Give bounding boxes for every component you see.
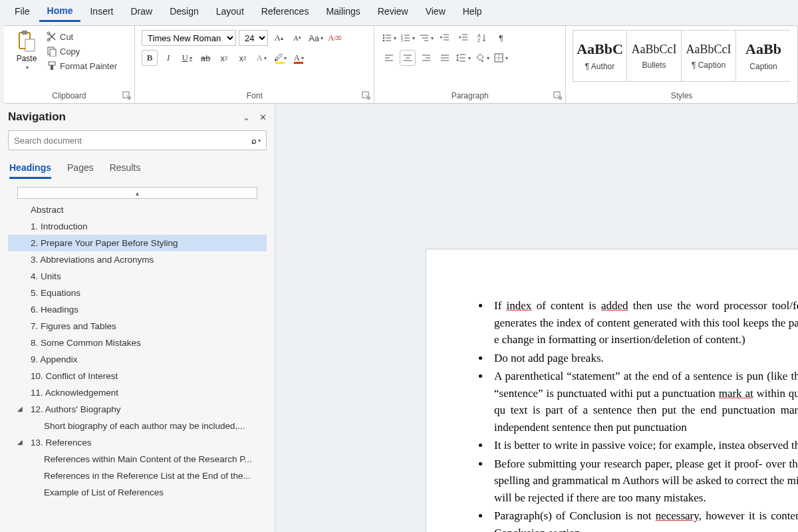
strikethrough-button[interactable]: ab bbox=[198, 50, 213, 66]
nav-item[interactable]: 9. Appendix bbox=[8, 351, 267, 368]
nav-heading-list: Abstract1. Introduction2. Prepare Your P… bbox=[8, 201, 267, 532]
nav-item[interactable]: 7. Figures and Tables bbox=[8, 318, 267, 334]
workspace: Navigation ⌄ ✕ ⌕▾ Headings Pages Results… bbox=[0, 104, 798, 532]
copy-button[interactable]: Copy bbox=[47, 46, 117, 57]
nav-item-label: 13. References bbox=[31, 438, 92, 448]
tab-pages[interactable]: Pages bbox=[67, 162, 94, 179]
nav-item-label: 10. Conflict of Interest bbox=[31, 371, 118, 381]
search-dropdown-icon[interactable]: ▾ bbox=[257, 138, 261, 144]
subscript-button[interactable]: x2 bbox=[216, 50, 232, 66]
clear-formatting-button[interactable]: A⌫ bbox=[327, 30, 342, 46]
nav-item[interactable]: Short biography of each author may be in… bbox=[8, 418, 267, 434]
font-size-select[interactable]: 24 bbox=[239, 30, 268, 46]
sort-button[interactable]: AZ bbox=[474, 30, 490, 46]
bold-button[interactable]: B bbox=[142, 50, 158, 66]
nav-item[interactable]: 2. Prepare Your Paper Before Styling bbox=[8, 235, 267, 251]
nav-item[interactable]: References within Main Content of the Re… bbox=[8, 451, 267, 467]
menu-view[interactable]: View bbox=[418, 2, 454, 21]
shrink-font-button[interactable]: A▾ bbox=[289, 30, 305, 46]
menu-home[interactable]: Home bbox=[39, 1, 81, 22]
nav-item-label: 1. Introduction bbox=[31, 221, 88, 231]
tab-results[interactable]: Results bbox=[110, 162, 141, 179]
justify-button[interactable] bbox=[437, 50, 453, 66]
svg-point-11 bbox=[383, 35, 385, 37]
style-bullets[interactable]: AaBbCcIBullets bbox=[627, 30, 682, 82]
nav-item[interactable]: 5. Equations bbox=[8, 285, 267, 301]
twisty-icon[interactable]: ◢ bbox=[17, 438, 23, 446]
ribbon: Paste ▾ Cut Copy Format Painter Clipboar… bbox=[4, 25, 798, 104]
menu-file[interactable]: File bbox=[7, 2, 38, 21]
svg-rect-8 bbox=[51, 65, 53, 70]
nav-item[interactable]: Example of List of References bbox=[8, 484, 267, 501]
menu-layout[interactable]: Layout bbox=[208, 2, 252, 21]
format-painter-button[interactable]: Format Painter bbox=[47, 61, 117, 71]
tab-headings[interactable]: Headings bbox=[9, 162, 51, 179]
nav-close-icon[interactable]: ✕ bbox=[259, 112, 267, 122]
paste-button[interactable]: Paste ▾ bbox=[11, 30, 43, 70]
font-color-button[interactable]: A▾ bbox=[291, 50, 307, 66]
menu-design[interactable]: Design bbox=[162, 2, 207, 21]
menu-references[interactable]: References bbox=[253, 2, 317, 21]
menu-review[interactable]: Review bbox=[370, 2, 416, 21]
paste-dropdown-icon[interactable]: ▾ bbox=[25, 65, 29, 70]
nav-item[interactable]: 3. Abbreviations and Acronyms bbox=[8, 251, 267, 268]
change-case-button[interactable]: Aa▾ bbox=[308, 30, 324, 46]
document-page[interactable]: If index of content is added then use th… bbox=[426, 249, 798, 532]
nav-item[interactable]: 11. Acknowledgement bbox=[8, 384, 267, 401]
nav-item[interactable]: 8. Some Common Mistakes bbox=[8, 334, 267, 351]
multilevel-list-button[interactable]: ▾ bbox=[418, 30, 434, 46]
nav-item[interactable]: 1. Introduction bbox=[8, 218, 267, 235]
nav-collapse-icon[interactable]: ⌄ bbox=[243, 112, 250, 122]
paragraph-dialog-launcher[interactable] bbox=[553, 91, 563, 100]
cut-label: Cut bbox=[60, 32, 73, 42]
grow-font-button[interactable]: A▴ bbox=[271, 30, 287, 46]
underline-button[interactable]: U▾ bbox=[179, 50, 195, 66]
document-bullet: It is better to write in passive voice; … bbox=[490, 437, 798, 454]
line-spacing-button[interactable]: ▾ bbox=[456, 50, 471, 66]
style-caption[interactable]: AaBbCcI¶ Caption bbox=[682, 30, 736, 82]
highlight-button[interactable]: 🖊▾ bbox=[272, 50, 288, 66]
show-marks-button[interactable]: ¶ bbox=[493, 30, 509, 46]
bullets-button[interactable]: ▾ bbox=[381, 30, 397, 46]
text-effects-button[interactable]: A▾ bbox=[253, 50, 269, 66]
nav-item-label: Short biography of each author may be in… bbox=[44, 421, 245, 431]
collapse-all-button[interactable]: ▴ bbox=[17, 187, 257, 199]
menu-insert[interactable]: Insert bbox=[82, 2, 121, 21]
menu-bar: File Home Insert Draw Design Layout Refe… bbox=[0, 0, 798, 23]
italic-button[interactable]: I bbox=[160, 50, 176, 66]
font-dialog-launcher[interactable] bbox=[362, 91, 371, 100]
menu-help[interactable]: Help bbox=[455, 2, 490, 21]
increase-indent-button[interactable] bbox=[456, 30, 471, 46]
nav-item[interactable]: 4. Units bbox=[8, 268, 267, 285]
nav-item[interactable]: ◢12. Authors' Biography bbox=[8, 401, 267, 418]
nav-item-label: 7. Figures and Tables bbox=[31, 321, 116, 331]
copy-label: Copy bbox=[60, 47, 80, 57]
document-area[interactable]: If index of content is added then use th… bbox=[275, 104, 798, 532]
cut-button[interactable]: Cut bbox=[47, 31, 117, 42]
borders-button[interactable]: ▾ bbox=[493, 50, 509, 66]
style-caption2[interactable]: AaBbCaption bbox=[736, 30, 791, 82]
nav-item[interactable]: References in the Reference List at the … bbox=[8, 467, 267, 484]
shading-button[interactable]: ▾ bbox=[474, 50, 490, 66]
numbering-button[interactable]: 123▾ bbox=[400, 30, 416, 46]
search-input[interactable] bbox=[14, 136, 251, 146]
nav-item[interactable]: 10. Conflict of Interest bbox=[8, 368, 267, 384]
document-bullet: Before submitting your research paper, p… bbox=[490, 456, 798, 507]
nav-item[interactable]: Abstract bbox=[8, 201, 267, 218]
font-name-select[interactable]: Times New Roman bbox=[142, 30, 236, 46]
decrease-indent-button[interactable] bbox=[437, 30, 453, 46]
paste-label: Paste bbox=[17, 54, 37, 63]
menu-draw[interactable]: Draw bbox=[122, 2, 160, 21]
clipboard-dialog-launcher[interactable] bbox=[122, 91, 132, 100]
style-author[interactable]: AaBbC¶ Author bbox=[573, 30, 627, 82]
search-icon[interactable]: ⌕ bbox=[251, 136, 257, 146]
superscript-button[interactable]: x2 bbox=[235, 50, 251, 66]
twisty-icon[interactable]: ◢ bbox=[17, 405, 23, 412]
align-right-button[interactable] bbox=[418, 50, 434, 66]
nav-item[interactable]: 6. Headings bbox=[8, 301, 267, 318]
search-box[interactable]: ⌕▾ bbox=[8, 130, 267, 150]
align-center-button[interactable] bbox=[400, 50, 416, 66]
align-left-button[interactable] bbox=[381, 50, 397, 66]
nav-item[interactable]: ◢13. References bbox=[8, 434, 267, 451]
menu-mailings[interactable]: Mailings bbox=[318, 2, 368, 21]
